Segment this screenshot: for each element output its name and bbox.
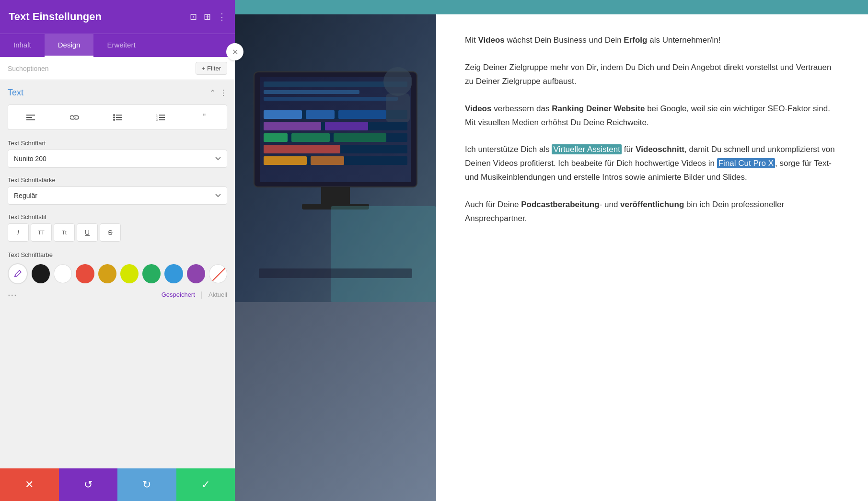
- search-options-bar: Suchoptionen + Filter: [0, 57, 235, 80]
- svg-rect-42: [386, 93, 410, 122]
- svg-rect-25: [306, 110, 335, 119]
- filter-button[interactable]: + Filter: [196, 62, 227, 75]
- bold-videoschnitt: Videoschnitt: [636, 145, 684, 154]
- svg-point-41: [383, 67, 412, 96]
- font-weight-label: Text Schriftstärke: [8, 176, 227, 184]
- color-swatch-none[interactable]: [209, 264, 227, 283]
- highlight-final-cut-pro: Final Cut Pro X: [717, 158, 775, 168]
- color-more-row: ··· Gespeichert | Aktuell: [8, 289, 227, 300]
- content-main: Mit Videos wächst Dein Business und Dein…: [235, 14, 868, 501]
- content-image: [235, 14, 436, 501]
- bold-podcast: Podcastberabeitung: [521, 200, 599, 209]
- paragraph-2: Zeig Deiner Zielgruppe mehr von Dir, ind…: [465, 61, 839, 89]
- svg-rect-39: [321, 187, 350, 206]
- bold-videos-2: Videos: [465, 104, 491, 113]
- color-swatches-row: [8, 263, 227, 284]
- paragraph-3: Videos verbessern das Ranking Deiner Web…: [465, 102, 839, 130]
- header-icons: ⊡ ⊞ ⋮: [190, 12, 226, 22]
- bold-erfolg: Erfolg: [624, 35, 647, 45]
- redo-button[interactable]: ↻: [117, 468, 176, 501]
- color-picker-button[interactable]: [8, 263, 28, 284]
- color-swatch-red[interactable]: [76, 264, 94, 283]
- more-options-icon[interactable]: ⋮: [218, 12, 226, 22]
- panel-header: Text Einstellungen ⊡ ⊞ ⋮: [0, 0, 235, 34]
- font-family-select[interactable]: Nunito 200 Nunito 400 Roboto Open Sans: [8, 150, 227, 168]
- capitalize-button[interactable]: Tt: [54, 223, 75, 242]
- save-button[interactable]: ✓: [176, 468, 235, 501]
- color-saved-label[interactable]: Gespeichert: [162, 291, 195, 298]
- svg-rect-29: [325, 122, 368, 130]
- font-family-label: Text Schriftart: [8, 140, 227, 147]
- panel-tabs: Inhalt Design Erweitert: [0, 34, 235, 57]
- bottom-toolbar: ✕ ↺ ↻ ✓: [0, 468, 235, 501]
- svg-line-16: [209, 265, 227, 283]
- font-family-group: Text Schriftart Nunito 200 Nunito 400 Ro…: [8, 140, 227, 168]
- color-current-label[interactable]: Aktuell: [208, 291, 227, 298]
- font-color-group: Text Schriftfarbe ···: [8, 251, 227, 300]
- content-top-bar: [235, 0, 868, 14]
- right-content: Mit Videos wächst Dein Business und Dein…: [235, 0, 868, 501]
- list-unordered-button[interactable]: [97, 107, 138, 128]
- font-color-label: Text Schriftfarbe: [8, 251, 227, 258]
- tab-design[interactable]: Design: [45, 34, 94, 57]
- svg-rect-22: [264, 97, 398, 101]
- format-buttons-row: 1.2.3. ": [8, 105, 227, 130]
- paragraph-4: Ich unterstütze Dich als Virtueller Assi…: [465, 143, 839, 185]
- color-swatch-yellow[interactable]: [120, 264, 139, 283]
- columns-icon[interactable]: ⊞: [204, 12, 211, 22]
- strikethrough-button[interactable]: S: [100, 223, 121, 242]
- color-swatch-blue[interactable]: [164, 264, 183, 283]
- underline-button[interactable]: U: [77, 223, 98, 242]
- color-swatch-orange[interactable]: [98, 264, 116, 283]
- font-weight-group: Text Schriftstärke Regulär Bold Light: [8, 176, 227, 205]
- highlight-virtueller-assistent: Virtueller Assistent: [552, 144, 622, 154]
- quote-button[interactable]: ": [184, 107, 225, 128]
- section-title: Text: [8, 88, 23, 98]
- panel-close-button[interactable]: ✕: [226, 43, 243, 60]
- undo-button[interactable]: ↺: [59, 468, 118, 501]
- panel-body: Text ⌃ ⋮ 1.2.3. " Text Schriftart: [0, 80, 235, 468]
- paragraph-1: Mit Videos wächst Dein Business und Dein…: [465, 34, 839, 47]
- bold-ranking: Ranking Deiner Website: [552, 104, 645, 113]
- svg-rect-33: [334, 133, 386, 142]
- svg-rect-26: [338, 110, 386, 119]
- text-section-header: Text ⌃ ⋮: [8, 88, 227, 98]
- color-more-dots[interactable]: ···: [8, 289, 17, 300]
- color-swatch-purple[interactable]: [187, 264, 205, 283]
- svg-point-3: [113, 114, 115, 116]
- font-style-group: Text Schriftstil I TT Tt U S: [8, 213, 227, 242]
- left-panel: Text Einstellungen ⊡ ⊞ ⋮ Inhalt Design E…: [0, 0, 235, 501]
- uppercase-button[interactable]: TT: [31, 223, 52, 242]
- cancel-button[interactable]: ✕: [0, 468, 59, 501]
- style-buttons-row: I TT Tt U S: [8, 223, 227, 242]
- section-controls: ⌃ ⋮: [209, 88, 227, 97]
- color-swatch-black[interactable]: [32, 264, 50, 283]
- svg-rect-38: [311, 156, 344, 165]
- tab-erweitert[interactable]: Erweitert: [93, 34, 149, 57]
- panel-title: Text Einstellungen: [9, 11, 102, 23]
- svg-rect-37: [264, 156, 307, 165]
- tab-inhalt[interactable]: Inhalt: [0, 34, 45, 57]
- svg-rect-28: [264, 122, 321, 130]
- svg-point-5: [113, 117, 115, 118]
- color-swatch-white[interactable]: [54, 264, 72, 283]
- svg-rect-43: [331, 206, 436, 302]
- resize-icon[interactable]: ⊡: [190, 12, 197, 22]
- svg-text:3.: 3.: [156, 118, 158, 121]
- search-options-label: Suchoptionen: [8, 65, 49, 72]
- color-swatch-green[interactable]: [142, 264, 161, 283]
- svg-rect-35: [264, 145, 340, 153]
- italic-button[interactable]: I: [8, 223, 29, 242]
- font-weight-select[interactable]: Regulär Bold Light: [8, 186, 227, 205]
- list-ordered-button[interactable]: 1.2.3.: [140, 107, 181, 128]
- svg-point-7: [113, 119, 115, 121]
- content-text-area: Mit Videos wächst Dein Business und Dein…: [436, 14, 868, 501]
- section-more-icon[interactable]: ⋮: [220, 88, 227, 97]
- svg-rect-21: [264, 90, 359, 94]
- link-button[interactable]: [53, 107, 94, 128]
- svg-rect-32: [291, 133, 330, 142]
- collapse-icon[interactable]: ⌃: [209, 88, 216, 97]
- svg-rect-24: [264, 110, 302, 119]
- align-left-button[interactable]: [10, 107, 51, 128]
- bold-videos-1: Videos: [478, 35, 504, 45]
